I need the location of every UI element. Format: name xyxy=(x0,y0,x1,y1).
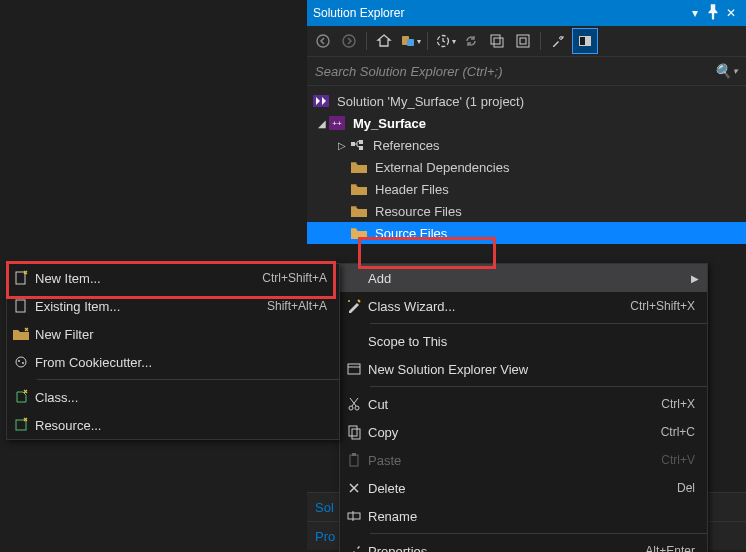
show-all-icon[interactable] xyxy=(511,29,535,53)
menu-copy[interactable]: Copy Ctrl+C xyxy=(340,418,707,446)
existing-item-icon xyxy=(7,298,35,314)
external-deps-node[interactable]: External Dependencies xyxy=(307,156,746,178)
folder-icon xyxy=(351,226,367,240)
search-dropdown-icon[interactable]: ▾ xyxy=(733,66,738,76)
solution-tree: Solution 'My_Surface' (1 project) ◢ ++ M… xyxy=(307,86,746,244)
svg-rect-12 xyxy=(313,95,329,107)
menu-existing-item[interactable]: Existing Item... Shift+Alt+A xyxy=(7,292,339,320)
properties-icon[interactable] xyxy=(546,29,570,53)
copy-icon xyxy=(340,424,368,440)
home-icon[interactable] xyxy=(372,29,396,53)
svg-rect-30 xyxy=(16,300,25,312)
properties-icon xyxy=(340,543,368,552)
svg-point-0 xyxy=(317,35,329,47)
svg-rect-25 xyxy=(350,455,358,466)
folder-icon xyxy=(351,182,367,196)
delete-icon xyxy=(340,480,368,496)
project-label: My_Surface xyxy=(349,116,430,131)
svg-rect-34 xyxy=(16,420,26,430)
menu-cut[interactable]: Cut Ctrl+X xyxy=(340,390,707,418)
header-files-label: Header Files xyxy=(371,182,453,197)
new-view-icon xyxy=(340,361,368,377)
paste-icon xyxy=(340,452,368,468)
solution-node[interactable]: Solution 'My_Surface' (1 project) xyxy=(307,90,746,112)
menu-cookiecutter[interactable]: From Cookiecutter... xyxy=(7,348,339,376)
context-menu: Add ▶ Class Wizard... Ctrl+Shift+X Scope… xyxy=(339,263,708,552)
source-files-label: Source Files xyxy=(371,226,451,241)
solution-icon xyxy=(313,94,329,108)
svg-rect-7 xyxy=(517,35,529,47)
svg-point-33 xyxy=(22,362,24,364)
class-icon xyxy=(7,389,35,405)
forward-icon[interactable] xyxy=(337,29,361,53)
menu-delete[interactable]: Delete Del xyxy=(340,474,707,502)
cut-icon xyxy=(340,396,368,412)
close-icon[interactable]: ✕ xyxy=(722,6,740,20)
menu-new-filter[interactable]: New Filter xyxy=(7,320,339,348)
expand-icon[interactable]: ▷ xyxy=(335,140,349,151)
menu-class[interactable]: Class... xyxy=(7,383,339,411)
solution-explorer-toolbar: ▾ ▾ xyxy=(307,26,746,57)
search-icon[interactable]: 🔍 xyxy=(714,63,731,79)
svg-point-1 xyxy=(343,35,355,47)
svg-rect-3 xyxy=(407,39,414,46)
wizard-icon xyxy=(340,298,368,314)
menu-resource[interactable]: Resource... xyxy=(7,411,339,439)
resource-files-label: Resource Files xyxy=(371,204,466,219)
source-files-node[interactable]: Source Files xyxy=(307,222,746,244)
menu-paste: Paste Ctrl+V xyxy=(340,446,707,474)
svg-rect-16 xyxy=(359,140,363,144)
menu-new-view[interactable]: New Solution Explorer View xyxy=(340,355,707,383)
pin-icon[interactable] xyxy=(704,3,722,24)
collapse-icon[interactable]: ◢ xyxy=(315,118,329,129)
project-icon: ++ xyxy=(329,116,345,130)
new-item-icon xyxy=(7,270,35,286)
svg-point-22 xyxy=(355,406,359,410)
svg-rect-17 xyxy=(359,146,363,150)
svg-rect-26 xyxy=(352,453,356,456)
menu-properties[interactable]: Properties Alt+Enter xyxy=(340,537,707,552)
resource-files-node[interactable]: Resource Files xyxy=(307,200,746,222)
menu-rename[interactable]: Rename xyxy=(340,502,707,530)
svg-point-32 xyxy=(18,360,20,362)
svg-rect-15 xyxy=(351,142,355,146)
add-submenu: New Item... Ctrl+Shift+A Existing Item..… xyxy=(6,263,340,440)
new-filter-icon xyxy=(7,326,35,342)
search-placeholder: Search Solution Explorer (Ctrl+;) xyxy=(315,64,714,79)
svg-point-31 xyxy=(16,357,26,367)
menu-class-wizard[interactable]: Class Wizard... Ctrl+Shift+X xyxy=(340,292,707,320)
external-deps-label: External Dependencies xyxy=(371,160,513,175)
svg-text:++: ++ xyxy=(332,119,342,128)
solution-explorer-titlebar: Solution Explorer ▾ ✕ xyxy=(307,0,746,26)
collapse-all-icon[interactable] xyxy=(485,29,509,53)
svg-rect-5 xyxy=(491,35,500,44)
references-node[interactable]: ▷ References xyxy=(307,134,746,156)
cookie-icon xyxy=(7,354,35,370)
preview-icon[interactable] xyxy=(572,28,598,54)
solution-label: Solution 'My_Surface' (1 project) xyxy=(333,94,528,109)
window-dropdown-icon[interactable]: ▾ xyxy=(686,6,704,20)
resource-icon xyxy=(7,417,35,433)
header-files-node[interactable]: Header Files xyxy=(307,178,746,200)
project-node[interactable]: ◢ ++ My_Surface xyxy=(307,112,746,134)
svg-point-18 xyxy=(348,300,350,302)
svg-rect-29 xyxy=(16,272,25,284)
menu-add[interactable]: Add ▶ xyxy=(340,264,707,292)
sync-icon[interactable]: ▾ xyxy=(398,29,422,53)
rename-icon xyxy=(340,508,368,524)
svg-point-21 xyxy=(349,406,353,410)
references-icon xyxy=(349,138,365,152)
svg-rect-6 xyxy=(494,38,503,47)
svg-rect-11 xyxy=(580,37,585,45)
references-label: References xyxy=(369,138,443,153)
refresh-pending-icon[interactable]: ▾ xyxy=(433,29,457,53)
refresh-icon[interactable] xyxy=(459,29,483,53)
folder-icon xyxy=(351,204,367,218)
svg-rect-19 xyxy=(348,364,360,374)
svg-rect-24 xyxy=(352,429,360,439)
back-icon[interactable] xyxy=(311,29,335,53)
chevron-right-icon: ▶ xyxy=(691,273,707,284)
solution-explorer-search[interactable]: Search Solution Explorer (Ctrl+;) 🔍 ▾ xyxy=(307,57,746,86)
menu-new-item[interactable]: New Item... Ctrl+Shift+A xyxy=(7,264,339,292)
menu-scope[interactable]: Scope to This xyxy=(340,327,707,355)
